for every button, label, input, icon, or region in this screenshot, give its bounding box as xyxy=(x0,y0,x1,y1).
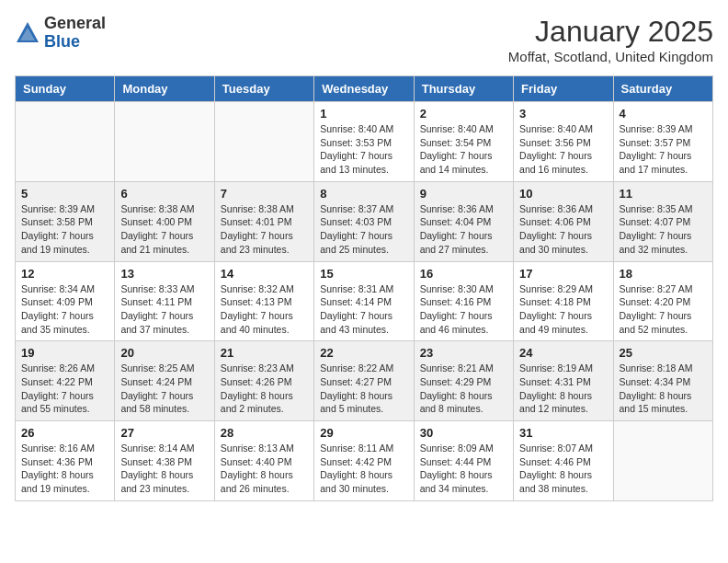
calendar-day-cell: 18Sunrise: 8:27 AM Sunset: 4:20 PM Dayli… xyxy=(613,261,712,341)
day-info: Sunrise: 8:27 AM Sunset: 4:20 PM Dayligh… xyxy=(620,282,707,337)
calendar-day-cell: 19Sunrise: 8:26 AM Sunset: 4:22 PM Dayli… xyxy=(16,341,115,421)
calendar-day-cell: 6Sunrise: 8:38 AM Sunset: 4:00 PM Daylig… xyxy=(115,181,214,261)
calendar-header-thursday: Thursday xyxy=(414,76,513,102)
day-number: 16 xyxy=(420,267,507,281)
location-subtitle: Moffat, Scotland, United Kingdom xyxy=(508,49,713,64)
calendar-day-cell: 2Sunrise: 8:40 AM Sunset: 3:54 PM Daylig… xyxy=(414,102,513,182)
day-number: 10 xyxy=(519,187,607,201)
day-info: Sunrise: 8:18 AM Sunset: 4:34 PM Dayligh… xyxy=(620,362,707,416)
day-number: 14 xyxy=(221,267,308,281)
day-number: 6 xyxy=(120,187,208,201)
day-number: 20 xyxy=(120,346,208,360)
calendar-header-row: SundayMondayTuesdayWednesdayThursdayFrid… xyxy=(16,76,713,102)
calendar-day-cell: 8Sunrise: 8:37 AM Sunset: 4:03 PM Daylig… xyxy=(314,181,414,261)
calendar-day-cell: 1Sunrise: 8:40 AM Sunset: 3:53 PM Daylig… xyxy=(314,102,414,182)
day-number: 5 xyxy=(21,187,108,201)
day-info: Sunrise: 8:21 AM Sunset: 4:29 PM Dayligh… xyxy=(420,362,507,416)
calendar-table: SundayMondayTuesdayWednesdayThursdayFrid… xyxy=(15,75,713,501)
day-info: Sunrise: 8:31 AM Sunset: 4:14 PM Dayligh… xyxy=(320,282,407,337)
calendar-day-cell: 24Sunrise: 8:19 AM Sunset: 4:31 PM Dayli… xyxy=(514,341,613,421)
page-header: General Blue January 2025 Moffat, Scotla… xyxy=(15,15,713,64)
day-number: 7 xyxy=(221,187,308,201)
calendar-header-sunday: Sunday xyxy=(16,76,115,102)
calendar-day-cell: 5Sunrise: 8:39 AM Sunset: 3:58 PM Daylig… xyxy=(16,181,115,261)
day-number: 13 xyxy=(120,267,208,281)
calendar-header-monday: Monday xyxy=(115,76,214,102)
calendar-header-saturday: Saturday xyxy=(613,76,712,102)
calendar-day-cell: 30Sunrise: 8:09 AM Sunset: 4:44 PM Dayli… xyxy=(414,421,513,501)
day-info: Sunrise: 8:26 AM Sunset: 4:22 PM Dayligh… xyxy=(21,362,108,416)
calendar-day-cell xyxy=(214,102,313,182)
day-number: 15 xyxy=(320,267,407,281)
calendar-day-cell: 4Sunrise: 8:39 AM Sunset: 3:57 PM Daylig… xyxy=(613,102,712,182)
day-info: Sunrise: 8:35 AM Sunset: 4:07 PM Dayligh… xyxy=(620,202,707,257)
day-info: Sunrise: 8:07 AM Sunset: 4:46 PM Dayligh… xyxy=(519,442,607,496)
day-info: Sunrise: 8:40 AM Sunset: 3:53 PM Dayligh… xyxy=(320,122,407,177)
calendar-day-cell: 11Sunrise: 8:35 AM Sunset: 4:07 PM Dayli… xyxy=(613,181,712,261)
logo-blue: Blue xyxy=(44,32,80,51)
day-number: 19 xyxy=(21,346,108,360)
day-number: 2 xyxy=(420,107,507,121)
calendar-day-cell: 23Sunrise: 8:21 AM Sunset: 4:29 PM Dayli… xyxy=(414,341,513,421)
logo: General Blue xyxy=(15,15,106,52)
day-number: 28 xyxy=(221,426,308,440)
calendar-header-friday: Friday xyxy=(514,76,613,102)
day-info: Sunrise: 8:14 AM Sunset: 4:38 PM Dayligh… xyxy=(120,442,208,496)
calendar-week-row: 5Sunrise: 8:39 AM Sunset: 3:58 PM Daylig… xyxy=(16,181,713,261)
calendar-day-cell: 25Sunrise: 8:18 AM Sunset: 4:34 PM Dayli… xyxy=(613,341,712,421)
day-number: 18 xyxy=(620,267,707,281)
day-number: 22 xyxy=(320,346,407,360)
day-info: Sunrise: 8:39 AM Sunset: 3:58 PM Dayligh… xyxy=(21,202,108,257)
day-number: 31 xyxy=(519,426,607,440)
calendar-day-cell xyxy=(115,102,214,182)
calendar-week-row: 19Sunrise: 8:26 AM Sunset: 4:22 PM Dayli… xyxy=(16,341,713,421)
calendar-day-cell: 13Sunrise: 8:33 AM Sunset: 4:11 PM Dayli… xyxy=(115,261,214,341)
day-info: Sunrise: 8:25 AM Sunset: 4:24 PM Dayligh… xyxy=(120,362,208,416)
day-number: 23 xyxy=(420,346,507,360)
calendar-day-cell: 28Sunrise: 8:13 AM Sunset: 4:40 PM Dayli… xyxy=(214,421,313,501)
day-number: 17 xyxy=(519,267,607,281)
day-info: Sunrise: 8:37 AM Sunset: 4:03 PM Dayligh… xyxy=(320,202,407,257)
day-info: Sunrise: 8:29 AM Sunset: 4:18 PM Dayligh… xyxy=(519,282,607,337)
calendar-day-cell: 22Sunrise: 8:22 AM Sunset: 4:27 PM Dayli… xyxy=(314,341,414,421)
day-info: Sunrise: 8:11 AM Sunset: 4:42 PM Dayligh… xyxy=(320,442,407,496)
day-number: 8 xyxy=(320,187,407,201)
calendar-day-cell: 20Sunrise: 8:25 AM Sunset: 4:24 PM Dayli… xyxy=(115,341,214,421)
day-number: 30 xyxy=(420,426,507,440)
day-info: Sunrise: 8:40 AM Sunset: 3:54 PM Dayligh… xyxy=(420,122,507,177)
calendar-day-cell: 31Sunrise: 8:07 AM Sunset: 4:46 PM Dayli… xyxy=(514,421,613,501)
calendar-day-cell: 15Sunrise: 8:31 AM Sunset: 4:14 PM Dayli… xyxy=(314,261,414,341)
calendar-day-cell xyxy=(613,421,712,501)
day-info: Sunrise: 8:23 AM Sunset: 4:26 PM Dayligh… xyxy=(221,362,308,416)
calendar-week-row: 12Sunrise: 8:34 AM Sunset: 4:09 PM Dayli… xyxy=(16,261,713,341)
day-number: 12 xyxy=(21,267,108,281)
day-info: Sunrise: 8:40 AM Sunset: 3:56 PM Dayligh… xyxy=(519,122,607,177)
day-number: 9 xyxy=(420,187,507,201)
day-info: Sunrise: 8:32 AM Sunset: 4:13 PM Dayligh… xyxy=(221,282,308,337)
calendar-day-cell: 9Sunrise: 8:36 AM Sunset: 4:04 PM Daylig… xyxy=(414,181,513,261)
logo-general: General xyxy=(44,14,106,32)
calendar-day-cell: 14Sunrise: 8:32 AM Sunset: 4:13 PM Dayli… xyxy=(214,261,313,341)
calendar-day-cell: 3Sunrise: 8:40 AM Sunset: 3:56 PM Daylig… xyxy=(514,102,613,182)
day-number: 25 xyxy=(620,346,707,360)
day-info: Sunrise: 8:39 AM Sunset: 3:57 PM Dayligh… xyxy=(620,122,707,177)
day-number: 1 xyxy=(320,107,407,121)
calendar-day-cell: 7Sunrise: 8:38 AM Sunset: 4:01 PM Daylig… xyxy=(214,181,313,261)
calendar-day-cell: 29Sunrise: 8:11 AM Sunset: 4:42 PM Dayli… xyxy=(314,421,414,501)
calendar-day-cell xyxy=(16,102,115,182)
day-info: Sunrise: 8:38 AM Sunset: 4:00 PM Dayligh… xyxy=(120,202,208,257)
day-info: Sunrise: 8:36 AM Sunset: 4:06 PM Dayligh… xyxy=(519,202,607,257)
month-year-title: January 2025 xyxy=(508,15,713,49)
calendar-day-cell: 16Sunrise: 8:30 AM Sunset: 4:16 PM Dayli… xyxy=(414,261,513,341)
calendar-header-wednesday: Wednesday xyxy=(314,76,414,102)
day-info: Sunrise: 8:33 AM Sunset: 4:11 PM Dayligh… xyxy=(120,282,208,337)
day-number: 24 xyxy=(519,346,607,360)
day-number: 11 xyxy=(620,187,707,201)
day-info: Sunrise: 8:36 AM Sunset: 4:04 PM Dayligh… xyxy=(420,202,507,257)
day-info: Sunrise: 8:16 AM Sunset: 4:36 PM Dayligh… xyxy=(21,442,108,496)
calendar-day-cell: 26Sunrise: 8:16 AM Sunset: 4:36 PM Dayli… xyxy=(16,421,115,501)
day-info: Sunrise: 8:22 AM Sunset: 4:27 PM Dayligh… xyxy=(320,362,407,416)
calendar-day-cell: 10Sunrise: 8:36 AM Sunset: 4:06 PM Dayli… xyxy=(514,181,613,261)
day-info: Sunrise: 8:34 AM Sunset: 4:09 PM Dayligh… xyxy=(21,282,108,337)
calendar-header-tuesday: Tuesday xyxy=(214,76,313,102)
